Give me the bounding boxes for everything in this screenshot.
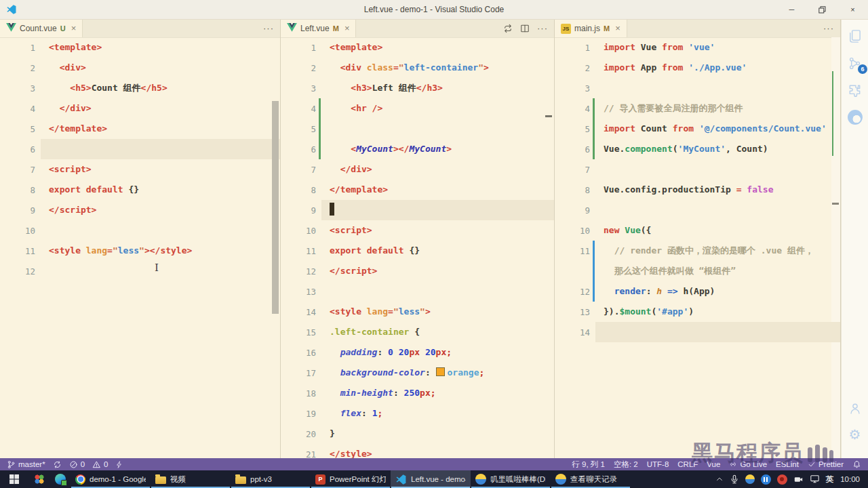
code-line: 12</script> (281, 261, 554, 281)
code-editor-left-vue[interactable]: 1<template>2 <div class="left-container"… (281, 37, 554, 458)
folder-icon (235, 475, 246, 484)
taskbar-task[interactable]: 叽里呱啦棒棒(DESKT... (471, 470, 551, 488)
code-editor-main-js[interactable]: 1import Vue from 'vue'2import App from '… (555, 37, 840, 458)
git-status-badge: U (60, 24, 66, 33)
tab-bar: Count.vue U × ··· (0, 19, 280, 38)
check-icon (808, 460, 816, 468)
tray-qq-tray[interactable] (745, 474, 755, 484)
status-vue[interactable]: Vue (707, 460, 720, 468)
code-line: 3 <h5>Count 组件</h5> (0, 78, 280, 98)
status-eslint[interactable]: ESLint (776, 460, 799, 468)
status-0[interactable]: 0 (92, 460, 108, 469)
activity-files-icon[interactable] (847, 28, 863, 44)
code-line: 9 (555, 200, 840, 220)
activity-source-control-icon[interactable]: 6 (847, 56, 863, 71)
git-branch-icon (7, 460, 16, 469)
code-editor-count-vue[interactable]: 1<template>2 <div>3 <h5>Count 组件</h5>4 <… (0, 37, 280, 458)
code-line: 11 // render 函数中，渲染的是哪个 .vue 组件， (555, 241, 840, 261)
code-line: 7 </div> (281, 159, 554, 180)
code-line: 13}).$mount('#app') (555, 302, 840, 322)
close-button[interactable]: × (837, 0, 868, 19)
tab-count-vue[interactable]: Count.vue U × (0, 19, 83, 37)
code-line: 7<script> (0, 159, 280, 180)
code-line: 1<template> (281, 37, 554, 58)
code-line: 18 min-height: 250px; (281, 383, 554, 403)
status-go-live[interactable]: Go Live (729, 460, 767, 468)
taskbar-clock[interactable]: 10:00 (840, 475, 860, 483)
pinned-edge-pinned[interactable] (50, 470, 71, 488)
status-utf-8[interactable]: UTF-8 (647, 460, 669, 468)
code-line: 4// 导入需要被全局注册的那个组件 (555, 98, 840, 119)
activity-edge-browser-icon[interactable] (848, 110, 863, 125)
code-line: 5import Count from '@/components/Count.v… (555, 119, 840, 139)
activity-account-icon[interactable] (848, 401, 863, 416)
tab-main-js[interactable]: JS main.js M × (555, 19, 627, 37)
status-lightning[interactable] (115, 460, 123, 469)
editor-group-main-js: JS main.js M × ··· 1import Vue from 'vue… (555, 19, 841, 458)
taskbar-task[interactable]: demo-1 - Google C... (71, 470, 151, 488)
status-bar: master*00 行 9, 列 1空格: 2UTF-8CRLFVueGo Li… (0, 458, 868, 470)
code-line: 10new Vue({ (555, 220, 840, 241)
open-changes-icon[interactable] (503, 24, 513, 33)
more-icon[interactable]: ··· (823, 23, 834, 33)
tray-camera[interactable] (793, 475, 804, 484)
editor-group-left-vue: Left.vue M × ··· 1<template>2 <div class… (281, 19, 555, 458)
code-line: 6 (0, 139, 280, 159)
tab-left-vue[interactable]: Left.vue M × (281, 19, 356, 37)
status-空格-2[interactable]: 空格: 2 (614, 460, 638, 470)
tab-bar: Left.vue M × ··· (281, 19, 554, 38)
code-line: 10 (0, 220, 280, 241)
code-line: 21</style> (281, 444, 554, 458)
status-prettier[interactable]: Prettier (808, 460, 844, 468)
status-sync[interactable] (53, 460, 62, 469)
taskbar-task[interactable]: 查看聊天记录 (551, 470, 631, 488)
more-icon[interactable]: ··· (263, 23, 274, 33)
split-editor-icon[interactable] (520, 24, 530, 33)
close-icon[interactable]: × (71, 24, 77, 33)
tray-pause-badge[interactable] (761, 474, 771, 485)
taskbar-task[interactable]: PPowerPoint 幻灯片... (311, 470, 391, 488)
code-line: 2 <div class="left-container"> (281, 58, 554, 78)
start-button[interactable] (0, 470, 28, 488)
qq-chat-icon (555, 474, 566, 485)
code-line: 3 <h3>Left 组件</h3> (281, 78, 554, 98)
activity-extensions-puzzle-icon[interactable] (847, 83, 863, 98)
tray-microphone[interactable] (730, 474, 739, 484)
tray-chevron-up[interactable] (715, 475, 724, 483)
tray-monitor[interactable] (810, 474, 820, 484)
folder-icon (155, 475, 166, 484)
warnings-icon (92, 460, 101, 469)
code-line: 7 (555, 159, 840, 180)
close-icon[interactable]: × (615, 24, 620, 33)
chrome-icon (75, 474, 85, 485)
pinned-color-app[interactable] (28, 470, 50, 488)
activity-settings-gear-icon[interactable]: ⚙ (849, 428, 861, 441)
tab-label: Count.vue (20, 24, 57, 33)
qq-chat-icon (475, 474, 486, 485)
ime-indicator[interactable]: 英 (826, 474, 834, 485)
code-line: 2import App from './App.vue' (555, 58, 840, 78)
close-icon[interactable]: × (344, 24, 350, 33)
maximize-button[interactable] (807, 0, 837, 19)
minimize-button[interactable]: ─ (776, 0, 807, 19)
taskbar-task[interactable]: Left.vue - demo-1 - ... (391, 470, 471, 488)
color-swatch[interactable] (436, 367, 445, 376)
code-line: 17 background-color: orange; (281, 363, 554, 383)
broadcast-icon (729, 460, 737, 468)
status-0[interactable]: 0 (69, 460, 85, 469)
taskbar-task[interactable]: ppt-v3 (231, 470, 311, 488)
taskbar-task[interactable]: 视频 (151, 470, 231, 488)
source-control-badge: 6 (858, 64, 867, 74)
code-line: 10<script> (281, 220, 554, 241)
tray-record-dot[interactable] (777, 474, 787, 485)
status-crlf[interactable]: CRLF (677, 460, 698, 468)
more-icon[interactable]: ··· (537, 23, 548, 33)
status-bell[interactable] (852, 460, 861, 469)
sync-icon (53, 460, 62, 469)
code-line: 16 padding: 0 20px 20px; (281, 342, 554, 363)
powerpoint-icon: P (315, 474, 326, 485)
code-line: 8export default {} (0, 180, 280, 200)
code-line: 8</template> (281, 180, 554, 200)
status-行-9-列-1[interactable]: 行 9, 列 1 (572, 460, 605, 470)
status-master-[interactable]: master* (7, 460, 45, 469)
